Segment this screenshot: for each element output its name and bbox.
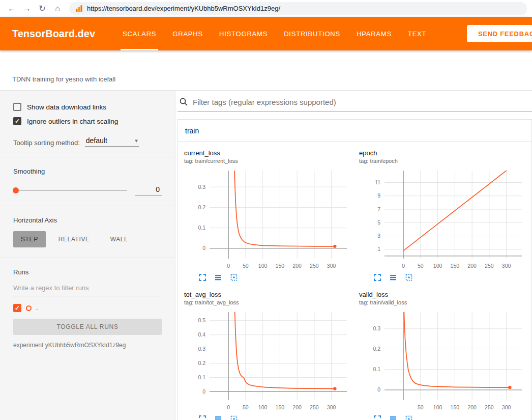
fit-domain-icon[interactable] xyxy=(230,415,238,420)
svg-text:300: 300 xyxy=(502,263,511,269)
svg-text:200: 200 xyxy=(292,263,302,269)
svg-text:9: 9 xyxy=(377,192,380,199)
svg-text:0: 0 xyxy=(227,263,230,269)
charts-grid: current_loss tag: train/current_loss 050… xyxy=(178,142,531,420)
expand-chart-icon[interactable] xyxy=(198,273,206,282)
svg-text:0.4: 0.4 xyxy=(198,331,205,338)
svg-text:1: 1 xyxy=(377,246,380,252)
svg-text:50: 50 xyxy=(418,263,424,269)
svg-text:0: 0 xyxy=(202,245,205,251)
smoothing-label: Smoothing xyxy=(13,167,162,175)
svg-text:0.2: 0.2 xyxy=(198,360,205,366)
search-icon xyxy=(179,97,188,106)
svg-text:200: 200 xyxy=(292,404,302,410)
expand-chart-icon[interactable] xyxy=(198,415,206,420)
address-bar[interactable]: https://tensorboard.dev/experiment/yKUbh… xyxy=(69,2,527,15)
fit-domain-icon[interactable] xyxy=(405,415,413,420)
ignore-outliers-checkbox[interactable] xyxy=(13,117,21,125)
data-series-icon[interactable] xyxy=(214,273,222,282)
svg-text:0.3: 0.3 xyxy=(198,346,205,352)
svg-text:100: 100 xyxy=(433,404,442,410)
svg-text:250: 250 xyxy=(310,404,319,410)
line-chart-tot-avg-loss[interactable]: 05010015020025030000.10.20.30.40.5 xyxy=(184,309,352,413)
svg-text:0.2: 0.2 xyxy=(373,346,380,352)
svg-text:250: 250 xyxy=(310,263,319,269)
line-chart-valid-loss[interactable]: 5010015020025030000.10.20.3 xyxy=(359,309,527,413)
tab-histograms[interactable]: HISTOGRAMS xyxy=(211,17,276,50)
ignore-outliers-row: Ignore outliers in chart scaling xyxy=(13,117,162,125)
chart-title: tot_avg_loss xyxy=(184,291,352,298)
chart-title: epoch xyxy=(359,149,527,157)
tooltip-sorting-row: Tooltip sorting method: default ▾ xyxy=(13,135,162,147)
tab-distributions[interactable]: DISTRIBUTIONS xyxy=(276,17,348,50)
url-text[interactable]: https://tensorboard.dev/experiment/yKUbh… xyxy=(87,5,280,12)
smoothing-value[interactable]: 0 xyxy=(135,185,162,195)
svg-text:0.1: 0.1 xyxy=(198,374,205,380)
chart-card-epoch: epoch tag: train/epoch 05010015020025030… xyxy=(359,149,527,282)
svg-text:300: 300 xyxy=(327,263,336,269)
forward-icon[interactable]: → xyxy=(20,4,34,13)
tooltip-sorting-value: default xyxy=(86,136,107,145)
runs-label: Runs xyxy=(13,268,162,276)
tooltip-sorting-dropdown[interactable]: default ▾ xyxy=(85,135,139,147)
svg-text:0.5: 0.5 xyxy=(198,317,205,323)
run-name: . xyxy=(36,304,38,312)
train-group-header[interactable]: train xyxy=(178,120,531,142)
back-icon[interactable]: ← xyxy=(5,4,18,13)
svg-text:0.1: 0.1 xyxy=(198,225,205,231)
chart-card-current-loss: current_loss tag: train/current_loss 050… xyxy=(184,149,352,282)
app-header: TensorBoard.dev SCALARS GRAPHS HISTOGRAM… xyxy=(0,17,532,50)
svg-text:100: 100 xyxy=(258,263,268,269)
svg-text:0.3: 0.3 xyxy=(198,184,205,190)
svg-text:50: 50 xyxy=(243,404,249,410)
toggle-all-runs-button[interactable]: TOGGLE ALL RUNS xyxy=(13,319,162,335)
fit-domain-icon[interactable] xyxy=(230,273,238,282)
chart-title: valid_loss xyxy=(359,291,527,298)
sidebar-divider xyxy=(0,258,175,258)
svg-text:250: 250 xyxy=(485,404,494,410)
data-series-icon[interactable] xyxy=(214,415,222,420)
nav-tabs: SCALARS GRAPHS HISTOGRAMS DISTRIBUTIONS … xyxy=(114,17,434,50)
tab-graphs[interactable]: GRAPHS xyxy=(164,17,211,50)
brand-logo[interactable]: TensorBoard.dev xyxy=(12,28,95,40)
expand-chart-icon[interactable] xyxy=(373,415,381,420)
smoothing-slider-thumb[interactable] xyxy=(13,187,19,193)
axis-wall-button[interactable]: WALL xyxy=(103,231,136,247)
run-checkbox[interactable] xyxy=(13,304,21,312)
show-download-links-checkbox[interactable] xyxy=(13,103,21,111)
expand-chart-icon[interactable] xyxy=(373,273,381,282)
chart-tag: tag: train/epoch xyxy=(359,158,527,164)
run-color-swatch xyxy=(26,305,32,311)
tab-scalars[interactable]: SCALARS xyxy=(114,17,164,50)
chart-tag: tag: train/current_loss xyxy=(184,158,352,164)
tab-hparams[interactable]: HPARAMS xyxy=(348,17,400,50)
send-feedback-button[interactable]: SEND FEEDBACK xyxy=(467,25,532,42)
line-chart-epoch[interactable]: 0501001502002503001357911 xyxy=(359,167,527,272)
data-series-icon[interactable] xyxy=(389,273,397,282)
chart-toolbar xyxy=(359,415,527,420)
svg-text:0: 0 xyxy=(227,404,230,410)
home-icon[interactable]: ⌂ xyxy=(51,4,64,13)
fit-domain-icon[interactable] xyxy=(405,273,413,282)
smoothing-slider-track[interactable] xyxy=(13,190,127,191)
svg-text:50: 50 xyxy=(418,404,424,410)
sidebar-divider xyxy=(0,206,175,206)
experiment-header: TDNN training for yesno with icefall xyxy=(0,50,532,91)
chevron-down-icon: ▾ xyxy=(135,137,138,144)
chart-card-tot-avg-loss: tot_avg_loss tag: train/tot_avg_loss 050… xyxy=(184,291,352,420)
svg-text:300: 300 xyxy=(327,404,336,410)
smoothing-slider-row: 0 xyxy=(13,185,162,195)
chart-toolbar xyxy=(359,273,527,282)
tab-text[interactable]: TEXT xyxy=(400,17,434,50)
runs-filter-input[interactable] xyxy=(13,284,162,292)
data-series-icon[interactable] xyxy=(389,415,397,420)
axis-relative-button[interactable]: RELATIVE xyxy=(51,231,98,247)
svg-text:0: 0 xyxy=(377,386,380,393)
line-chart-current-loss[interactable]: 05010015020025030000.10.20.3 xyxy=(184,167,352,272)
run-row: . xyxy=(13,304,162,312)
horizontal-axis-label: Horizontal Axis xyxy=(13,216,162,224)
reload-icon[interactable]: ↻ xyxy=(36,4,49,13)
ignore-outliers-label: Ignore outliers in chart scaling xyxy=(27,118,118,125)
tag-filter-input[interactable] xyxy=(193,98,532,106)
axis-step-button[interactable]: STEP xyxy=(13,231,46,247)
